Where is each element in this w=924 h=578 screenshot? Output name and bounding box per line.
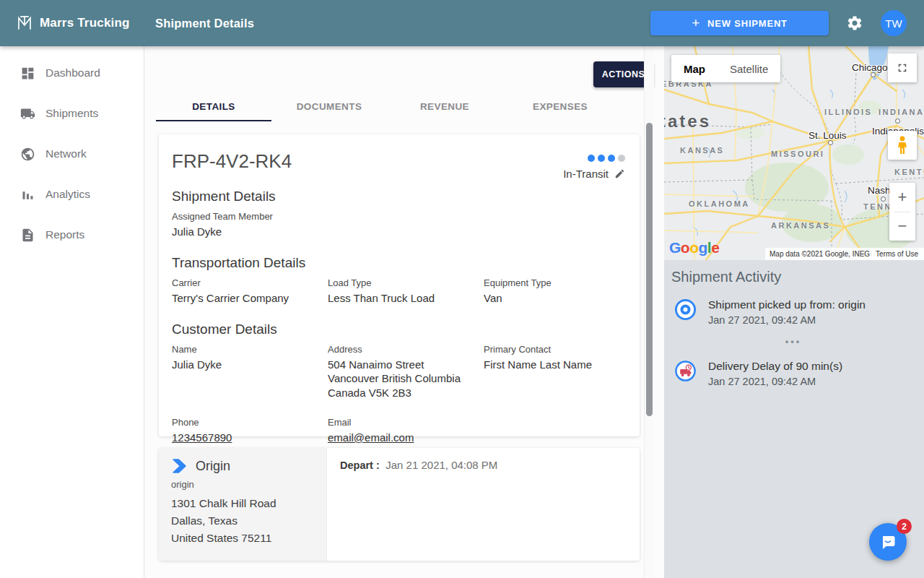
- sidebar-item-shipments[interactable]: Shipments: [0, 93, 144, 134]
- origin-chevron-icon: [171, 457, 188, 475]
- activity-timestamp: Jan 27 2021, 09:42 AM: [708, 376, 842, 387]
- depart-label: Depart :: [340, 460, 380, 471]
- address-value: 504 Nanaimo Street Vancouver British Col…: [328, 358, 484, 400]
- pickup-circle-icon: [674, 298, 697, 321]
- origin-address-line-3: United States 75211: [171, 530, 314, 547]
- primary-contact-value: First Name Last Name: [484, 358, 640, 372]
- sidebar-item-reports[interactable]: Reports: [0, 215, 144, 255]
- load-type-value: Less Than Truck Load: [328, 291, 484, 306]
- map-attribution: Map data ©2021 Google, INEGI: [765, 248, 876, 260]
- gear-icon[interactable]: [846, 14, 863, 32]
- assigned-team-member-value: Julia Dyke: [172, 225, 627, 239]
- map-type-map-button[interactable]: Map: [671, 55, 718, 82]
- avatar-initials: TW: [885, 17, 902, 30]
- map-label-chicago: Chicago: [852, 62, 888, 73]
- activity-ellipsis[interactable]: •••: [670, 336, 917, 347]
- address-label: Address: [328, 344, 484, 355]
- address-line-3: Canada V5K 2B3: [328, 386, 484, 400]
- zoom-in-button[interactable]: +: [889, 183, 915, 212]
- status-dot: [618, 155, 625, 162]
- marrs-logo-icon: [16, 14, 33, 32]
- equipment-type-value: Van: [484, 291, 640, 306]
- google-letter: o: [689, 239, 698, 256]
- avatar[interactable]: TW: [881, 10, 907, 36]
- map-label-indiana: INDIANA: [879, 108, 924, 116]
- new-shipment-button[interactable]: + NEW SHIPMENT: [650, 11, 829, 35]
- sidebar-item-label: Analytics: [45, 188, 90, 201]
- depart-value: Jan 21 2021, 04:08 PM: [385, 459, 497, 471]
- new-shipment-label: NEW SHIPMENT: [707, 18, 788, 29]
- shipment-activity-panel: Shipment Activity Shipment picked up fro…: [664, 260, 924, 387]
- status-progress-dots: [563, 155, 625, 162]
- customer-name-label: Name: [172, 344, 328, 355]
- map-label-united-states: tates: [664, 111, 711, 131]
- map-label-oklahoma: OKLAHOMA: [689, 199, 750, 208]
- address-line-1: 504 Nanaimo Street: [328, 358, 484, 372]
- activity-text: Shipment picked up from: origin: [708, 298, 866, 311]
- google-logo[interactable]: Google: [669, 239, 719, 256]
- map-zoom-control: + −: [889, 183, 915, 241]
- activity-timestamp: Jan 27 2021, 09:42 AM: [708, 314, 866, 326]
- bar-chart-icon: [20, 187, 35, 202]
- map-label-kansas: KANSAS: [680, 146, 724, 155]
- content-scrollbar-thumb[interactable]: [646, 123, 653, 416]
- pegman-icon: [897, 136, 908, 155]
- section-title-customer: Customer Details: [172, 322, 627, 337]
- origin-address: 1301 Chalk Hill Road Dallas, Texas Unite…: [171, 495, 314, 547]
- phone-link[interactable]: 1234567890: [172, 431, 232, 444]
- map-label-missouri: MISSOURI: [771, 150, 824, 158]
- sidebar: Dashboard Shipments Network Analytics Re…: [0, 46, 144, 578]
- dashboard-icon: [20, 66, 35, 81]
- map-canvas[interactable]: EBRASKA tates KANSAS MISSOURI OKLAHOMA A…: [664, 46, 924, 260]
- brand[interactable]: Marrs Trucking: [0, 14, 155, 32]
- google-letter: e: [711, 239, 719, 256]
- shipment-code: FRP-4V2-RK4: [172, 150, 627, 173]
- map-label-kentucky: KENTU: [894, 168, 924, 176]
- edit-status-icon[interactable]: [614, 168, 625, 179]
- indianapolis-city-dot: [895, 118, 900, 124]
- tab-details[interactable]: DETAILS: [156, 92, 271, 121]
- status-dot: [608, 155, 615, 162]
- sidebar-item-analytics[interactable]: Analytics: [0, 174, 144, 215]
- top-header: Marrs Trucking Shipment Details + NEW SH…: [0, 0, 924, 46]
- zoom-out-button[interactable]: −: [889, 212, 915, 241]
- chat-bubble-icon: [879, 532, 897, 551]
- page-title: Shipment Details: [155, 17, 254, 30]
- globe-icon: [20, 147, 35, 162]
- map-label-tennessee: TENN: [863, 202, 892, 211]
- origin-summary: Origin origin 1301 Chalk Hill Road Dalla…: [159, 448, 327, 561]
- nashville-city-dot: [881, 197, 886, 202]
- google-letter: G: [669, 239, 681, 256]
- content-scrollbar-track[interactable]: [644, 46, 654, 578]
- carrier-label: Carrier: [172, 277, 328, 288]
- chicago-city-dot: [871, 72, 876, 77]
- sidebar-item-dashboard[interactable]: Dashboard: [0, 53, 144, 93]
- tab-revenue[interactable]: REVENUE: [387, 92, 502, 121]
- sidebar-item-network[interactable]: Network: [0, 134, 144, 174]
- phone-label: Phone: [172, 417, 328, 428]
- delay-truck-icon: [674, 360, 697, 382]
- map-label-st-louis: St. Louis: [808, 130, 847, 141]
- origin-address-line-1: 1301 Chalk Hill Road: [171, 495, 314, 512]
- map-terms-link[interactable]: Terms of Use: [870, 248, 924, 260]
- tab-expenses[interactable]: EXPENSES: [502, 92, 618, 121]
- section-title-transportation: Transportation Details: [172, 255, 627, 271]
- carrier-value: Terry's Carrier Company: [172, 291, 328, 306]
- map-fullscreen-button[interactable]: [888, 53, 917, 82]
- load-type-label: Load Type: [328, 277, 484, 288]
- chat-notification-badge[interactable]: 2: [897, 519, 912, 534]
- map-type-satellite-button[interactable]: Satellite: [718, 55, 780, 82]
- email-link[interactable]: email@email.com: [328, 431, 414, 444]
- status-dot: [598, 155, 605, 162]
- st-louis-city-dot: [828, 140, 833, 145]
- map-label-illinois: ILLINOIS: [824, 108, 872, 116]
- street-view-pegman-button[interactable]: [888, 131, 917, 160]
- customer-name-value: Julia Dyke: [172, 358, 328, 372]
- sidebar-item-label: Network: [45, 147, 87, 160]
- map-type-control: Map Satellite: [671, 55, 780, 82]
- google-letter: g: [699, 239, 707, 256]
- tab-documents[interactable]: DOCUMENTS: [271, 92, 387, 121]
- origin-address-line-2: Dallas, Texas: [171, 512, 314, 530]
- primary-contact-label: Primary Contact: [484, 344, 640, 355]
- address-line-2: Vancouver British Columbia: [328, 371, 484, 386]
